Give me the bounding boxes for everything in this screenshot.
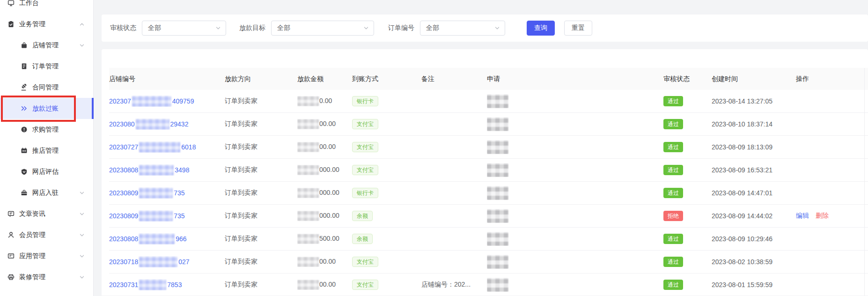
amount-cell: 000.00 — [297, 211, 352, 221]
censored-blur — [297, 188, 319, 198]
bag-icon — [21, 42, 28, 49]
direction-cell: 订单到卖家 — [225, 235, 297, 243]
column-header: 操作 — [796, 75, 868, 83]
filter-select[interactable]: 全部 — [271, 21, 374, 36]
filter-select[interactable]: 全部 — [420, 21, 505, 36]
sidebar-item-business-management[interactable]: 业务管理 — [0, 14, 93, 35]
sidebar-item-label: 装修管理 — [19, 273, 45, 281]
chevron-down-icon — [215, 25, 221, 31]
censored-avatar-blur — [487, 209, 508, 223]
method-badge: 支付宝 — [352, 119, 378, 129]
amount-cell: 000.00 — [297, 165, 352, 175]
sidebar-item-shop-management[interactable]: 店铺管理 — [0, 35, 93, 56]
censored-avatar-blur — [487, 186, 508, 200]
direction-cell: 订单到卖家 — [225, 166, 297, 174]
table-row: 20230809735 订单到卖家 000.00 银行卡 通过 2023-08-… — [109, 182, 868, 205]
sidebar-item-shop-onboarding[interactable]: 网店入驻 — [0, 182, 93, 203]
status-badge: 通过 — [663, 142, 683, 152]
table-row: 202308083498 订单到卖家 000.00 支付宝 通过 2023-08… — [109, 159, 868, 182]
censored-avatar-blur — [487, 232, 508, 246]
table-row: 202307276018 订单到卖家 00.00 支付宝 通过 2023-08-… — [109, 136, 868, 159]
gavel-icon — [21, 84, 28, 91]
filter-select[interactable]: 全部 — [142, 21, 226, 36]
user-icon — [7, 231, 15, 238]
sidebar-item-decoration-management[interactable]: 装修管理 — [0, 266, 93, 288]
censored-blur — [136, 118, 169, 130]
status-badge: 通过 — [663, 234, 683, 244]
method-cell: 银行卡 — [352, 188, 421, 198]
shop-id-link[interactable]: 20230718027 — [109, 256, 190, 267]
chevron-down-icon — [494, 25, 500, 31]
sidebar-item-purchase-management[interactable]: 求购管理 — [0, 119, 93, 140]
direction-cell: 订单到卖家 — [225, 120, 297, 128]
status-cell: 通过 — [663, 234, 712, 244]
sidebar-item-label: 网店入驻 — [32, 189, 59, 197]
sidebar-item-app-management[interactable]: 应用管理 — [0, 245, 93, 266]
sidebar-item-loan-posting[interactable]: 放款过账 — [0, 98, 93, 119]
sidebar-item-shop-evaluation[interactable]: 网店评估 — [0, 161, 93, 182]
sidebar-item-contract-management[interactable]: 合同管理 — [0, 77, 93, 98]
column-header: 到账方式 — [352, 75, 421, 83]
select-value: 全部 — [426, 24, 439, 32]
direction-cell: 订单到卖家 — [225, 189, 297, 197]
method-cell: 支付宝 — [352, 142, 421, 152]
column-header: 店铺编号 — [109, 75, 225, 83]
created-cell: 2023-08-10 18:37:14 — [712, 120, 796, 128]
method-cell: 支付宝 — [352, 165, 421, 175]
shop-id-cell: 202307276018 — [109, 141, 225, 153]
sidebar-item-member-management[interactable]: 会员管理 — [0, 224, 93, 245]
shop-id-link[interactable]: 20230809735 — [109, 187, 185, 199]
shop-id-link[interactable]: 202308029432 — [109, 118, 188, 130]
shop-id-link[interactable]: 20230808966 — [109, 233, 187, 244]
status-badge: 通过 — [663, 165, 683, 175]
document-icon — [21, 63, 28, 70]
status-badge: 通过 — [663, 96, 683, 106]
sidebar-item-label: 网店评估 — [32, 168, 59, 176]
created-cell: 2023-08-09 16:53:21 — [712, 166, 796, 174]
sidebar-item-order-management[interactable]: 订单管理 — [0, 56, 93, 77]
amount-cell: 00.00 — [297, 119, 352, 129]
method-badge: 银行卡 — [352, 188, 378, 198]
censored-avatar-blur — [487, 255, 508, 269]
table-row: 202307409759 订单到卖家 0.00 银行卡 通过 2023-08-1… — [109, 90, 868, 113]
shop-id-link[interactable]: 202307317853 — [109, 279, 182, 290]
info-circle-icon — [21, 126, 28, 133]
direction-cell: 订单到卖家 — [225, 281, 297, 289]
table-card: 店铺编号放款方向放款金额到账方式备注申请审核状态创建时间操作 202307409… — [102, 49, 868, 296]
method-cell: 余额 — [352, 234, 421, 244]
comment-icon — [7, 210, 15, 217]
sidebar-item-shop-promotion[interactable]: 推店管理 — [0, 140, 93, 161]
toolbox-icon — [21, 189, 28, 196]
chevron-down-icon — [79, 253, 85, 259]
sidebar-item-label: 应用管理 — [19, 252, 45, 260]
table-row: 20230809735 订单到卖家 000.00 余额 拒绝 2023-08-0… — [109, 205, 868, 228]
filter-items: 审核状态 全部 放款目标 全部 订单编号 全部 — [110, 21, 505, 36]
status-badge: 拒绝 — [663, 211, 683, 221]
sidebar-item-label: 文章资讯 — [19, 210, 45, 218]
shop-id-link[interactable]: 202307276018 — [109, 141, 196, 153]
filter-label: 放款目标 — [239, 24, 265, 32]
shop-id-cell: 20230809735 — [109, 210, 225, 222]
column-header: 备注 — [421, 75, 487, 83]
censored-blur — [139, 164, 174, 176]
status-cell: 通过 — [663, 188, 712, 198]
sidebar-item-label: 会员管理 — [19, 231, 45, 239]
reset-button[interactable]: 重置 — [564, 21, 592, 36]
column-header: 放款方向 — [225, 75, 297, 83]
search-button[interactable]: 查询 — [527, 21, 555, 36]
method-cell: 支付宝 — [352, 280, 421, 290]
filter-item-loan-target: 放款目标 全部 — [239, 21, 374, 36]
shop-id-link[interactable]: 202308083498 — [109, 164, 189, 176]
edit-link[interactable]: 编辑 — [796, 212, 809, 219]
created-cell: 2023-08-14 13:27:05 — [712, 97, 796, 105]
censored-blur — [297, 211, 319, 221]
censored-blur — [297, 142, 319, 152]
sidebar-item-workbench[interactable]: 工作台 — [0, 0, 93, 14]
shop-id-link[interactable]: 202307409759 — [109, 96, 194, 107]
sidebar-item-article-news[interactable]: 文章资讯 — [0, 203, 93, 224]
delete-link[interactable]: 删除 — [816, 212, 829, 219]
shop-id-link[interactable]: 20230809735 — [109, 210, 185, 222]
calendar-shop-icon — [21, 147, 28, 154]
created-cell: 2023-08-09 18:13:09 — [712, 143, 796, 151]
sidebar-item-label: 业务管理 — [19, 20, 45, 29]
